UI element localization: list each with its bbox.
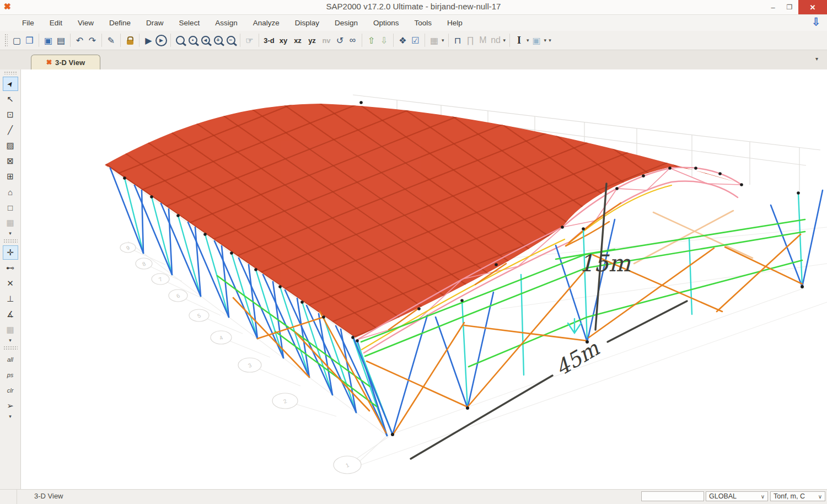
- rotate-view-button[interactable]: ↺: [334, 33, 346, 47]
- quick-draw-braces-button[interactable]: ⊠: [3, 154, 18, 168]
- main-toolbar: ▢ ❒ ▣ ▤ ↶ ↷ ✎ ▶ ▶ ▪ ◂ + − ☞ 3-d xy xz yz…: [0, 31, 827, 50]
- perspective-button[interactable]: ∞: [346, 33, 359, 47]
- menu-assign[interactable]: Assign: [207, 19, 245, 27]
- select-mode-button[interactable]: ➢: [3, 399, 18, 413]
- zoom-out-button[interactable]: −: [224, 33, 237, 47]
- shrink-objects-button[interactable]: ❖: [396, 33, 409, 47]
- draw-frame-button[interactable]: ╱: [3, 123, 18, 137]
- menu-edit[interactable]: Edit: [42, 19, 70, 27]
- frame-section-button[interactable]: I: [513, 33, 525, 47]
- menu-design[interactable]: Design: [327, 19, 366, 27]
- menu-analyze[interactable]: Analyze: [245, 19, 287, 27]
- close-button[interactable]: ✕: [798, 0, 827, 14]
- view-xz-button[interactable]: xz: [291, 33, 305, 47]
- minimize-button[interactable]: –: [765, 0, 781, 14]
- undo-button[interactable]: ↶: [73, 33, 86, 47]
- toolbar-separator: [240, 34, 240, 47]
- run-circle-icon: ▶: [155, 35, 167, 46]
- new-model-button[interactable]: ▢: [10, 33, 23, 47]
- menu-display[interactable]: Display: [287, 19, 327, 27]
- view-yz-button[interactable]: yz: [305, 33, 319, 47]
- view-xy-button[interactable]: xy: [276, 33, 291, 47]
- restore-button[interactable]: ❐: [782, 0, 797, 14]
- menu-define[interactable]: Define: [101, 19, 138, 27]
- toolbar-grip[interactable]: [4, 34, 8, 47]
- area-section-button[interactable]: ▣: [530, 33, 543, 47]
- toolbar-separator: [448, 34, 449, 47]
- dropdown-caret-icon[interactable]: ▾: [544, 37, 547, 43]
- run-analysis-button[interactable]: ▶: [142, 33, 155, 47]
- draw-special-joint-button[interactable]: ⊡: [3, 108, 18, 122]
- snap-grid-button[interactable]: ▦: [3, 323, 18, 337]
- zoom-rubber-band-button[interactable]: [174, 33, 186, 47]
- snap-midpoints-button[interactable]: ⊷: [3, 261, 18, 275]
- model-view-canvas[interactable]: 9 8 7 6 5 4 3 2 1: [20, 69, 827, 490]
- clear-selection-button[interactable]: clr: [3, 383, 18, 398]
- draw-poly-area-button[interactable]: ⌂: [3, 185, 18, 199]
- move-down-button[interactable]: ⇩: [378, 33, 390, 47]
- quick-2d-frame-button[interactable]: ∏: [464, 33, 477, 47]
- dropdown-caret-icon[interactable]: ▾: [9, 414, 12, 420]
- snap-intersections-button[interactable]: ✕: [3, 276, 18, 291]
- move-up-button[interactable]: ⇧: [365, 33, 378, 47]
- quick-draw-secondary-beams-button[interactable]: ⊞: [3, 169, 18, 184]
- snap-joints-button[interactable]: ✛: [3, 245, 18, 260]
- run-interactive-button[interactable]: ▶: [155, 33, 168, 47]
- select-pointer-button[interactable]: ➤: [3, 77, 18, 91]
- quick-portal-frame-button[interactable]: ⊓: [452, 33, 464, 47]
- zoom-full-view-button[interactable]: ▪: [186, 33, 199, 47]
- menu-options[interactable]: Options: [366, 19, 407, 27]
- dropdown-caret-icon[interactable]: ▾: [9, 337, 12, 344]
- snap-edges-button[interactable]: ∡: [3, 307, 18, 321]
- open-file-button[interactable]: ❒: [23, 33, 36, 47]
- dropdown-caret-icon[interactable]: ▾: [442, 37, 444, 43]
- zoom-in-button[interactable]: +: [212, 33, 224, 47]
- print-button[interactable]: ▤: [55, 33, 67, 47]
- toolbar-separator: [362, 34, 362, 47]
- download-arrow-icon[interactable]: ⇩: [812, 15, 820, 28]
- toolbar-separator: [39, 34, 39, 47]
- save-button[interactable]: ▣: [42, 33, 55, 47]
- view-3d-button[interactable]: 3-d: [262, 33, 276, 47]
- dropdown-caret-icon[interactable]: ▾: [527, 37, 529, 43]
- magnifier-icon: [176, 36, 185, 45]
- toolbar-group-separator: [3, 346, 18, 350]
- lock-model-button[interactable]: [123, 33, 136, 47]
- dropdown-caret-icon[interactable]: ▾: [9, 230, 12, 237]
- snap-perpendicular-button[interactable]: ⊥: [3, 292, 18, 306]
- assign-group-button[interactable]: ▦: [428, 33, 441, 47]
- select-all-button[interactable]: all: [3, 352, 18, 367]
- quick-truss-button[interactable]: M: [477, 33, 490, 47]
- menu-view[interactable]: View: [70, 19, 101, 27]
- view-nv-button[interactable]: nv: [319, 33, 334, 47]
- pan-button[interactable]: ☞: [243, 33, 256, 47]
- menu-draw[interactable]: Draw: [138, 19, 171, 27]
- magnifier-minus-icon: −: [227, 36, 235, 45]
- menu-select[interactable]: Select: [171, 19, 208, 27]
- menu-help[interactable]: Help: [439, 19, 470, 27]
- dropdown-caret-icon[interactable]: ▾: [503, 37, 506, 43]
- tab-strip-dropdown-icon[interactable]: ▾: [815, 56, 818, 62]
- units-value: Tonf, m, C: [774, 492, 805, 500]
- menu-file[interactable]: File: [14, 19, 42, 27]
- units-dropdown[interactable]: Tonf, m, C ∨: [770, 491, 825, 501]
- edit-pen-button[interactable]: ✎: [105, 33, 117, 47]
- menu-tools[interactable]: Tools: [407, 19, 440, 27]
- redo-button[interactable]: ↷: [86, 33, 99, 47]
- zoom-previous-button[interactable]: ◂: [199, 33, 212, 47]
- coordinate-system-dropdown[interactable]: GLOBAL ∨: [706, 491, 768, 501]
- draw-rect-area-button[interactable]: □: [3, 200, 18, 215]
- previous-selection-button[interactable]: ps: [3, 368, 18, 382]
- coordinate-system-value: GLOBAL: [709, 492, 737, 500]
- reshape-button[interactable]: ↖: [3, 92, 18, 106]
- toolbar-grip[interactable]: [4, 71, 17, 74]
- dropdown-caret-icon[interactable]: ▾: [549, 37, 551, 43]
- display-options-button[interactable]: ☑: [409, 33, 422, 47]
- view-tab-strip: ✖ 3-D View ▾: [0, 50, 827, 69]
- tab-3d-view[interactable]: ✖ 3-D View: [31, 55, 100, 69]
- chevron-down-icon: ∨: [761, 494, 765, 500]
- quick-draw-frame-button[interactable]: ▨: [3, 138, 18, 153]
- title-bar: ✖ SAP2000 v17.2.0 Ultimate - birjand-new…: [0, 0, 827, 15]
- template-nd-button[interactable]: nd: [490, 33, 502, 47]
- quick-draw-area-button[interactable]: ▦: [3, 216, 18, 230]
